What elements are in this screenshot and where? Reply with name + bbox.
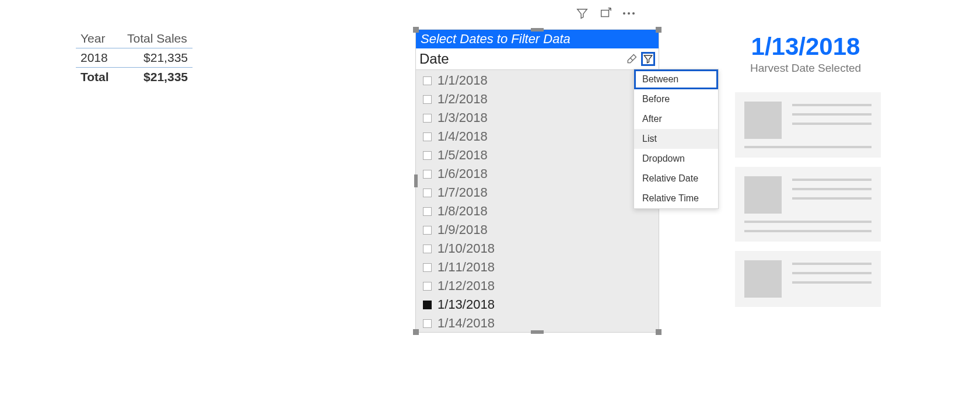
slicer-item-label: 1/4/2018 [438,129,488,144]
slicer-item-label: 1/2/2018 [438,92,488,107]
placeholder-line [792,179,872,181]
checkbox-icon[interactable] [423,132,432,141]
matrix-header-year: Year [76,29,123,48]
checkbox-icon[interactable] [423,170,432,179]
eraser-icon[interactable] [625,52,639,66]
checkbox-icon[interactable] [423,95,432,104]
slicer-item[interactable]: 1/6/2018 [416,165,659,183]
placeholder-line [744,230,872,232]
slicer-type-menu: BetweenBeforeAfterListDropdownRelative D… [634,69,719,209]
checkbox-icon[interactable] [423,319,432,328]
resize-handle[interactable] [531,330,544,334]
slicer-item-label: 1/5/2018 [438,148,488,163]
placeholder-line [792,281,872,284]
slicer-menu-item[interactable]: After [634,109,718,129]
placeholder-card [735,92,881,158]
checkbox-icon[interactable] [423,301,432,309]
placeholder-line [792,123,872,125]
checkbox-icon[interactable] [423,245,432,253]
slicer-menu-item[interactable]: Between [634,69,718,89]
checkbox-icon[interactable] [423,188,432,197]
slicer-item[interactable]: 1/2/2018 [416,90,659,109]
svg-point-1 [623,12,625,15]
svg-rect-0 [601,11,609,17]
matrix-data-row[interactable]: 2018 $21,335 [76,48,192,68]
matrix-visual: Year Total Sales 2018 $21,335 Total $21,… [76,29,192,86]
slicer-item[interactable]: 1/5/2018 [416,146,659,165]
placeholder-line [744,221,872,223]
matrix-header-row: Year Total Sales [76,29,192,48]
slicer-menu-item[interactable]: List [634,129,718,149]
slicer-item-label: 1/6/2018 [438,166,488,181]
slicer-item[interactable]: 1/11/2018 [416,258,659,277]
card-value: 1/13/2018 [721,33,890,61]
placeholder-line [792,263,872,265]
slicer-list: 1/1/20181/2/20181/3/20181/4/20181/5/2018… [416,70,659,334]
slicer-item-label: 1/12/2018 [438,278,495,294]
placeholder-stack [735,92,881,307]
resize-handle[interactable] [531,28,544,32]
slicer-item-label: 1/10/2018 [438,241,495,256]
placeholder-line [792,104,872,106]
slicer-item[interactable]: 1/1/2018 [416,71,659,90]
resize-handle[interactable] [413,329,419,335]
matrix-total-row: Total $21,335 [76,68,192,86]
placeholder-line [792,113,872,116]
filter-icon[interactable] [575,6,590,21]
card-visual: 1/13/2018 Harvest Date Selected [721,33,890,75]
placeholder-card [735,251,881,307]
card-label: Harvest Date Selected [721,62,890,75]
slicer-type-dropdown-icon[interactable] [641,52,655,66]
slicer-menu-item[interactable]: Before [634,89,718,109]
checkbox-icon[interactable] [423,282,432,291]
slicer-item[interactable]: 1/10/2018 [416,239,659,258]
focus-mode-icon[interactable] [598,6,613,21]
slicer-header: Date [416,48,659,70]
slicer-item-label: 1/8/2018 [438,204,488,219]
slicer-visual[interactable]: Select Dates to Filter Data Date 1/1/201… [415,29,659,333]
resize-handle[interactable] [414,174,418,187]
visual-action-bar [575,6,636,21]
placeholder-line [792,188,872,190]
slicer-item[interactable]: 1/12/2018 [416,277,659,295]
slicer-item-label: 1/14/2018 [438,316,495,331]
checkbox-icon[interactable] [423,263,432,272]
matrix-total-label: Total [76,68,123,86]
slicer-item-label: 1/3/2018 [438,110,488,125]
slicer-item-label: 1/11/2018 [438,260,495,275]
placeholder-image [744,260,782,298]
slicer-item[interactable]: 1/7/2018 [416,183,659,202]
slicer-item-label: 1/9/2018 [438,222,488,238]
more-options-icon[interactable] [621,6,636,21]
checkbox-icon[interactable] [423,207,432,216]
placeholder-image [744,102,782,139]
checkbox-icon[interactable] [423,226,432,235]
slicer-item-label: 1/13/2018 [438,297,495,312]
slicer-item-label: 1/1/2018 [438,73,488,88]
slicer-item[interactable]: 1/8/2018 [416,202,659,221]
placeholder-line [792,197,872,200]
slicer-item[interactable]: 1/3/2018 [416,109,659,127]
svg-point-3 [632,12,635,15]
slicer-item[interactable]: 1/4/2018 [416,127,659,146]
svg-point-2 [628,12,630,15]
slicer-item[interactable]: 1/13/2018 [416,295,659,314]
matrix-cell-value: $21,335 [123,48,192,67]
resize-handle[interactable] [656,329,662,335]
resize-handle[interactable] [413,27,419,33]
checkbox-icon[interactable] [423,114,432,123]
slicer-menu-item[interactable]: Dropdown [634,149,718,169]
checkbox-icon[interactable] [423,151,432,160]
slicer-menu-item[interactable]: Relative Date [634,169,718,188]
placeholder-card [735,167,881,242]
slicer-field-label: Date [419,51,622,67]
slicer-item[interactable]: 1/9/2018 [416,221,659,239]
slicer-title: Select Dates to Filter Data [416,30,659,48]
slicer-menu-item[interactable]: Relative Time [634,188,718,208]
checkbox-icon[interactable] [423,76,432,85]
placeholder-line [744,146,872,148]
matrix-total-value: $21,335 [123,68,192,86]
matrix-cell-year: 2018 [76,48,123,67]
resize-handle[interactable] [656,27,662,33]
placeholder-image [744,176,782,214]
